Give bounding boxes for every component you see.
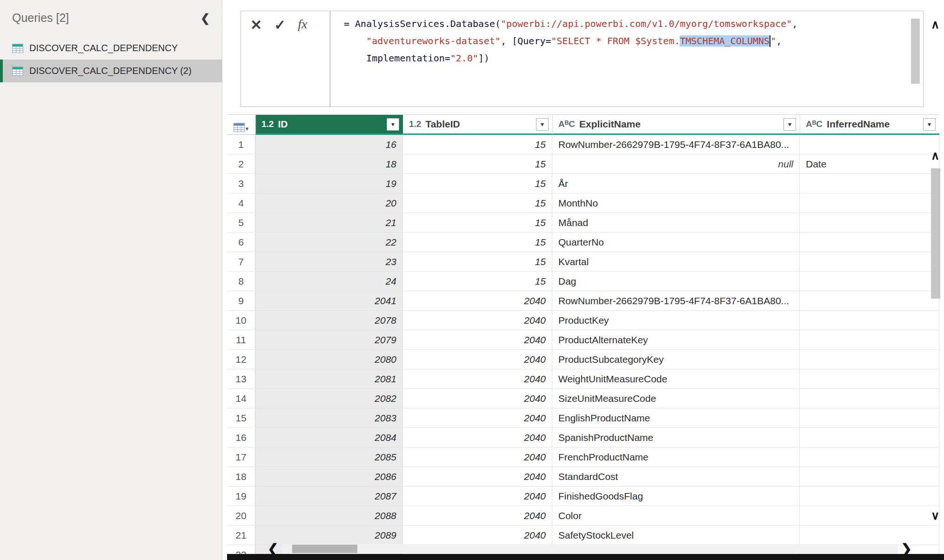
cell[interactable]: 15 <box>403 252 552 271</box>
cell[interactable] <box>800 174 939 193</box>
horizontal-scrollbar-track[interactable] <box>282 544 897 553</box>
cell[interactable]: 15 <box>403 272 552 291</box>
horizontal-scrollbar-thumb[interactable] <box>292 545 357 553</box>
cell[interactable]: Color <box>552 506 800 525</box>
cell[interactable]: 2041 <box>255 291 403 310</box>
column-header-id[interactable]: 1.2ID▾ <box>255 115 403 135</box>
cell[interactable]: 2080 <box>255 350 403 369</box>
row-number[interactable]: 15 <box>227 408 255 427</box>
row-number[interactable]: 22 <box>227 545 255 554</box>
cell[interactable]: 2040 <box>403 389 552 408</box>
row-number[interactable]: 21 <box>227 526 255 545</box>
cell[interactable]: Kvartal <box>552 252 800 271</box>
column-header-explicitname[interactable]: AᴮCExplicitName▾ <box>552 115 800 135</box>
column-header-tableid[interactable]: 1.2TableID▾ <box>403 115 552 135</box>
row-number[interactable]: 18 <box>227 467 255 486</box>
cell[interactable]: SpanishProductName <box>552 428 800 447</box>
cell[interactable]: År <box>552 174 800 193</box>
cell[interactable] <box>800 330 939 349</box>
row-number[interactable]: 6 <box>227 233 255 252</box>
cell[interactable] <box>800 213 939 232</box>
cell[interactable]: 15 <box>403 193 552 213</box>
cell[interactable]: null <box>552 154 800 173</box>
row-number[interactable]: 9 <box>227 291 255 310</box>
cell[interactable] <box>800 233 939 252</box>
cell[interactable]: 18 <box>255 154 403 173</box>
cell[interactable]: WeightUnitMeasureCode <box>552 369 800 388</box>
row-number[interactable]: 19 <box>227 487 255 506</box>
grid-scroll-down-icon[interactable]: ∨ <box>931 510 939 521</box>
cell[interactable] <box>800 252 939 271</box>
formula-scroll-up-icon[interactable]: ∧ <box>931 19 939 30</box>
cell[interactable]: RowNumber-2662979B-1795-4F74-8F37-6A1BA8… <box>552 291 800 310</box>
cell[interactable] <box>800 369 939 388</box>
formula-scrollbar[interactable] <box>910 18 921 100</box>
cancel-icon[interactable]: ✕ <box>250 17 262 33</box>
cell[interactable]: 2040 <box>403 330 552 349</box>
cell[interactable]: ProductAlternateKey <box>552 330 800 349</box>
row-number[interactable]: 16 <box>227 428 255 447</box>
row-number[interactable]: 13 <box>227 369 255 388</box>
cell[interactable] <box>800 447 939 467</box>
row-number[interactable]: 3 <box>227 174 255 193</box>
cell[interactable]: FrenchProductName <box>552 447 800 467</box>
cell[interactable]: 2040 <box>403 487 552 506</box>
cell[interactable]: 2040 <box>403 467 552 486</box>
cell[interactable]: 2081 <box>255 369 403 388</box>
cell[interactable]: 2040 <box>403 428 552 447</box>
cell[interactable]: 15 <box>403 233 552 252</box>
cell[interactable]: 2087 <box>255 487 403 506</box>
cell[interactable]: 2086 <box>255 467 403 486</box>
cell[interactable]: 2040 <box>403 369 552 388</box>
row-number[interactable]: 20 <box>227 506 255 525</box>
row-number[interactable]: 10 <box>227 311 255 330</box>
table-menu-button[interactable]: ▾ <box>227 115 255 135</box>
query-item[interactable]: DISCOVER_CALC_DEPENDENCY (2) <box>0 60 222 82</box>
cell[interactable]: 2078 <box>255 311 403 330</box>
commit-icon[interactable]: ✓ <box>274 17 286 33</box>
cell[interactable]: 2082 <box>255 389 403 408</box>
cell[interactable]: 2040 <box>403 506 552 525</box>
cell[interactable] <box>800 311 939 330</box>
cell[interactable] <box>800 135 939 154</box>
cell[interactable]: 2088 <box>255 506 403 525</box>
filter-button[interactable]: ▾ <box>783 118 796 131</box>
cell[interactable]: 15 <box>403 154 552 173</box>
cell[interactable]: 2083 <box>255 408 403 427</box>
cell[interactable]: 2040 <box>403 311 552 330</box>
column-header-inferredname[interactable]: AᴮCInferredName▾ <box>800 115 939 135</box>
cell[interactable] <box>800 428 939 447</box>
row-number[interactable]: 8 <box>227 272 255 291</box>
cell[interactable] <box>800 467 939 486</box>
cell[interactable]: 2040 <box>403 447 552 467</box>
scroll-right-icon[interactable]: ❯ <box>901 542 912 555</box>
row-number[interactable]: 4 <box>227 193 255 213</box>
cell[interactable]: Date <box>800 154 939 173</box>
fx-icon[interactable]: fx <box>298 17 307 32</box>
cell[interactable]: 22 <box>255 233 403 252</box>
cell[interactable] <box>800 487 939 506</box>
cell[interactable] <box>800 350 939 369</box>
cell[interactable]: EnglishProductName <box>552 408 800 427</box>
cell[interactable] <box>800 193 939 213</box>
cell[interactable]: 15 <box>403 213 552 232</box>
cell[interactable]: StandardCost <box>552 467 800 486</box>
grid-scroll-up-icon[interactable]: ∧ <box>931 150 939 161</box>
row-number[interactable]: 5 <box>227 213 255 232</box>
collapse-pane-icon[interactable]: ❮ <box>201 12 210 25</box>
cell[interactable] <box>800 506 939 525</box>
cell[interactable]: 21 <box>255 213 403 232</box>
cell[interactable]: QuarterNo <box>552 233 800 252</box>
cell[interactable]: 2040 <box>403 350 552 369</box>
formula-scrollbar-thumb[interactable] <box>911 19 920 84</box>
cell[interactable] <box>800 272 939 291</box>
row-number[interactable]: 7 <box>227 252 255 271</box>
cell[interactable]: RowNumber-2662979B-1795-4F74-8F37-6A1BA8… <box>552 135 800 154</box>
row-number[interactable]: 11 <box>227 330 255 349</box>
cell[interactable] <box>800 408 939 427</box>
cell[interactable] <box>800 291 939 310</box>
vertical-scrollbar-thumb[interactable] <box>931 168 940 299</box>
vertical-scrollbar[interactable]: ∧ ∧ ∨ <box>928 0 944 560</box>
query-item[interactable]: DISCOVER_CALC_DEPENDENCY <box>0 37 222 60</box>
cell[interactable]: 20 <box>255 193 403 213</box>
